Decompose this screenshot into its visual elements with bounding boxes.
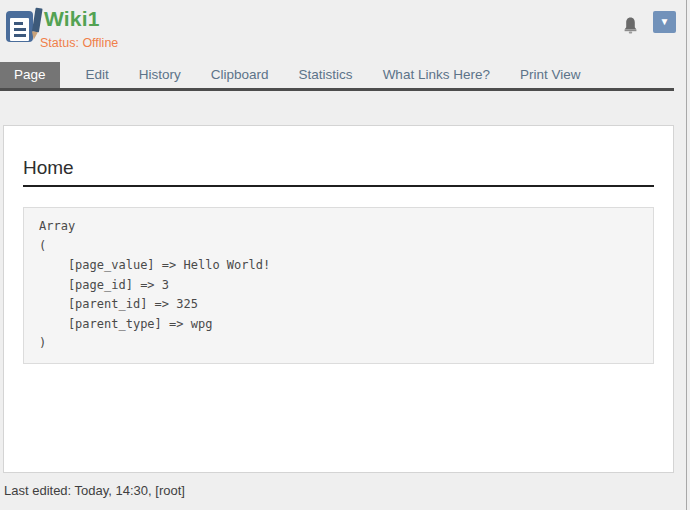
user-menu-dropdown-button[interactable]: ▼ — [653, 11, 676, 33]
page-heading: Home — [23, 157, 654, 187]
tab-bar: Page Edit History Clipboard Statistics W… — [0, 62, 674, 91]
tab-print-view[interactable]: Print View — [520, 62, 581, 88]
window-edge-line — [686, 0, 687, 510]
header: Wiki1 Status: Offline ▼ — [0, 0, 690, 62]
last-edited-text: Last edited: Today, 14:30, [root] — [4, 483, 185, 498]
tab-page[interactable]: Page — [0, 62, 60, 88]
bell-icon[interactable] — [622, 16, 639, 40]
page-title-app: Wiki1 — [40, 7, 118, 31]
tab-history[interactable]: History — [139, 62, 181, 88]
chevron-down-icon: ▼ — [660, 16, 670, 27]
tab-clipboard[interactable]: Clipboard — [211, 62, 269, 88]
page-content-panel: Home Array ( [page_value] => Hello World… — [3, 125, 674, 473]
tab-edit[interactable]: Edit — [86, 62, 109, 88]
document-icon — [6, 11, 33, 42]
tab-what-links-here[interactable]: What Links Here? — [383, 62, 490, 88]
status-text: Status: Offline — [40, 36, 118, 50]
php-array-output: Array ( [page_value] => Hello World! [pa… — [23, 207, 654, 364]
tab-statistics[interactable]: Statistics — [299, 62, 353, 88]
